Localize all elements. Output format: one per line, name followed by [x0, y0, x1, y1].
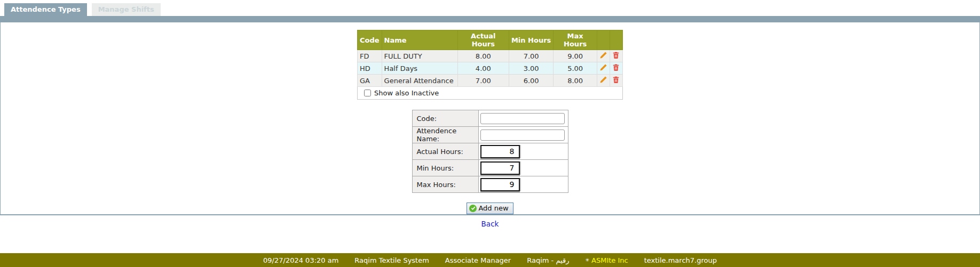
cell-code: HD: [358, 62, 382, 75]
back-link[interactable]: Back: [481, 220, 499, 228]
column-header-actual-hours: Actual Hours: [457, 30, 509, 50]
cell-max-hours: 5.00: [554, 62, 597, 75]
footer-domain: textile.march7.group: [644, 256, 717, 264]
delete-button[interactable]: [612, 63, 620, 71]
pencil-icon: [599, 53, 607, 61]
cell-min-hours: 6.00: [509, 75, 554, 87]
form-row-min-hours: Min Hours:: [412, 160, 568, 176]
form-row-code: Code:: [412, 110, 568, 127]
footer-role: Associate Manager: [445, 256, 511, 264]
actual-hours-input[interactable]: [480, 145, 520, 158]
tab-attendence-types[interactable]: Attendence Types: [4, 3, 87, 16]
edit-button[interactable]: [599, 51, 607, 59]
trash-icon: [612, 65, 620, 73]
column-header-edit: [597, 30, 610, 50]
cell-name: Half Days: [382, 62, 457, 75]
add-attendance-form: Code: Attendence Name: Actual Hours: Min…: [412, 110, 568, 193]
cell-actual-hours: 4.00: [457, 62, 509, 75]
footer-company-link[interactable]: ✳ ASMIte Inc: [585, 256, 628, 264]
table-row: GA General Attendance 7.00 6.00 8.00: [358, 75, 623, 87]
check-circle-icon: [469, 205, 477, 212]
edit-button[interactable]: [599, 76, 607, 84]
form-row-max-hours: Max Hours:: [412, 176, 568, 193]
column-header-name: Name: [382, 30, 457, 50]
cell-name: General Attendance: [382, 75, 457, 87]
footer-status-bar: 09/27/2024 03:20 am Raqim Textile System…: [0, 253, 980, 267]
cell-max-hours: 8.00: [554, 75, 597, 87]
form-row-actual-hours: Actual Hours:: [412, 143, 568, 160]
code-input[interactable]: [480, 113, 565, 124]
form-row-attendence-name: Attendence Name:: [412, 127, 568, 143]
trash-icon: [612, 53, 620, 61]
table-row: FD FULL DUTY 8.00 7.00 9.00: [358, 50, 623, 62]
show-inactive-checkbox[interactable]: [364, 90, 371, 96]
tab-bar: Attendence TypesManage Shifts: [0, 0, 980, 16]
column-header-delete: [610, 30, 622, 50]
cell-code: GA: [358, 75, 382, 87]
attendance-types-table: Code Name Actual Hours Min Hours Max Hou…: [357, 30, 623, 87]
attendence-name-input[interactable]: [480, 130, 565, 141]
cell-name: FULL DUTY: [382, 50, 457, 62]
cell-max-hours: 9.00: [554, 50, 597, 62]
delete-button[interactable]: [612, 76, 620, 84]
min-hours-label: Min Hours:: [412, 160, 478, 176]
show-inactive-row: Show also Inactive: [357, 87, 623, 100]
cell-min-hours: 7.00: [509, 50, 554, 62]
tab-underline-band: [0, 16, 980, 22]
asmite-logo-icon: ✳: [585, 257, 589, 263]
max-hours-label: Max Hours:: [412, 176, 478, 193]
tab-manage-shifts[interactable]: Manage Shifts: [92, 3, 161, 16]
min-hours-input[interactable]: [480, 161, 520, 175]
pencil-icon: [599, 77, 607, 85]
actual-hours-label: Actual Hours:: [412, 143, 478, 160]
add-new-button[interactable]: Add new: [467, 203, 513, 214]
show-inactive-label: Show also Inactive: [374, 89, 439, 97]
footer-datetime: 09/27/2024 03:20 am: [263, 256, 338, 264]
delete-button[interactable]: [612, 51, 620, 59]
footer-brand: Raqim - رقيم: [527, 256, 569, 264]
cell-min-hours: 3.00: [509, 62, 554, 75]
code-label: Code:: [412, 110, 478, 127]
footer-company-label: ASMIte Inc: [591, 256, 628, 264]
add-new-label: Add new: [478, 204, 508, 212]
cell-actual-hours: 8.00: [457, 50, 509, 62]
main-panel: Code Name Actual Hours Min Hours Max Hou…: [0, 22, 980, 215]
cell-code: FD: [358, 50, 382, 62]
column-header-min-hours: Min Hours: [509, 30, 554, 50]
footer-system-name: Raqim Textile System: [354, 256, 429, 264]
trash-icon: [612, 77, 620, 85]
cell-actual-hours: 7.00: [457, 75, 509, 87]
edit-button[interactable]: [599, 63, 607, 71]
max-hours-input[interactable]: [480, 178, 520, 191]
pencil-icon: [599, 65, 607, 73]
table-row: HD Half Days 4.00 3.00 5.00: [358, 62, 623, 75]
column-header-max-hours: Max Hours: [554, 30, 597, 50]
attendence-name-label: Attendence Name:: [412, 127, 478, 143]
column-header-code: Code: [358, 30, 382, 50]
